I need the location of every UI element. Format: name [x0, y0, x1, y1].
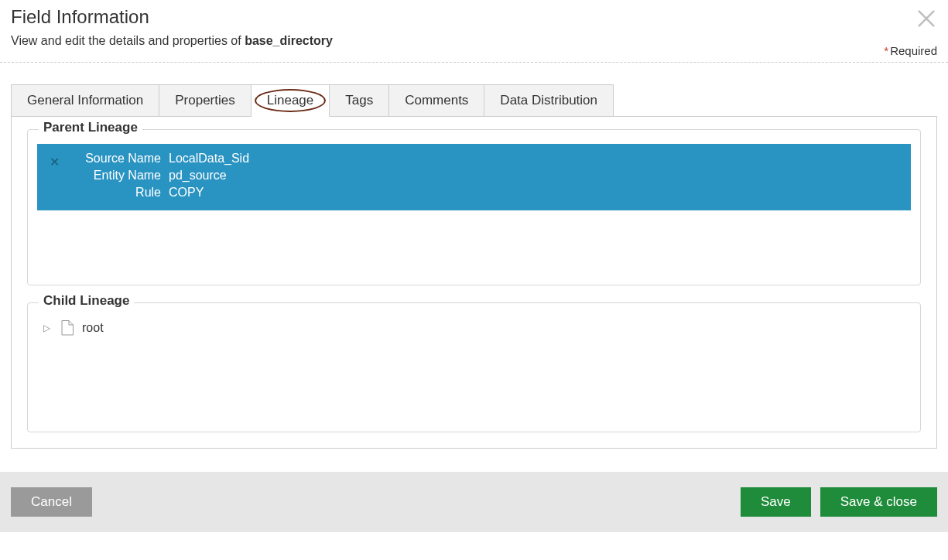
- file-icon: [60, 320, 74, 336]
- rule-value: COPY: [169, 186, 249, 200]
- rule-label: Rule: [76, 186, 161, 200]
- parent-lineage-item[interactable]: ✕ Source Name LocalData_Sid Entity Name …: [37, 144, 911, 210]
- page-title: Field Information: [11, 6, 937, 28]
- cancel-button[interactable]: Cancel: [11, 487, 92, 517]
- tab-comments[interactable]: Comments: [388, 84, 484, 117]
- tab-data-distribution[interactable]: Data Distribution: [484, 84, 614, 117]
- tab-bar: General Information Properties Lineage T…: [11, 84, 937, 117]
- save-button[interactable]: Save: [741, 487, 811, 517]
- remove-icon[interactable]: ✕: [48, 155, 60, 169]
- page-subtitle: View and edit the details and properties…: [11, 34, 937, 48]
- entity-name-value: pd_source: [169, 169, 249, 183]
- entity-name: base_directory: [245, 34, 333, 47]
- source-name-label: Source Name: [76, 152, 161, 166]
- close-icon[interactable]: [915, 8, 937, 29]
- child-lineage-group: Child Lineage ▷ root: [27, 302, 921, 432]
- tab-lineage[interactable]: Lineage: [251, 84, 330, 117]
- required-indicator: *Required: [884, 44, 937, 57]
- child-lineage-legend: Child Lineage: [39, 293, 134, 309]
- tab-panel-lineage: Parent Lineage ✕ Source Name LocalData_S…: [11, 116, 937, 449]
- tree-node-root[interactable]: ▷ root: [43, 317, 905, 339]
- tab-general-information[interactable]: General Information: [11, 84, 159, 117]
- source-name-value: LocalData_Sid: [169, 152, 249, 166]
- tab-properties[interactable]: Properties: [159, 84, 251, 117]
- parent-lineage-legend: Parent Lineage: [39, 120, 142, 135]
- dialog-footer: Cancel Save Save & close: [0, 472, 948, 532]
- entity-name-label: Entity Name: [76, 169, 161, 183]
- expand-icon[interactable]: ▷: [43, 323, 53, 333]
- save-close-button[interactable]: Save & close: [820, 487, 937, 517]
- tab-tags[interactable]: Tags: [329, 84, 389, 117]
- parent-lineage-group: Parent Lineage ✕ Source Name LocalData_S…: [27, 129, 921, 285]
- tree-node-label: root: [82, 321, 104, 335]
